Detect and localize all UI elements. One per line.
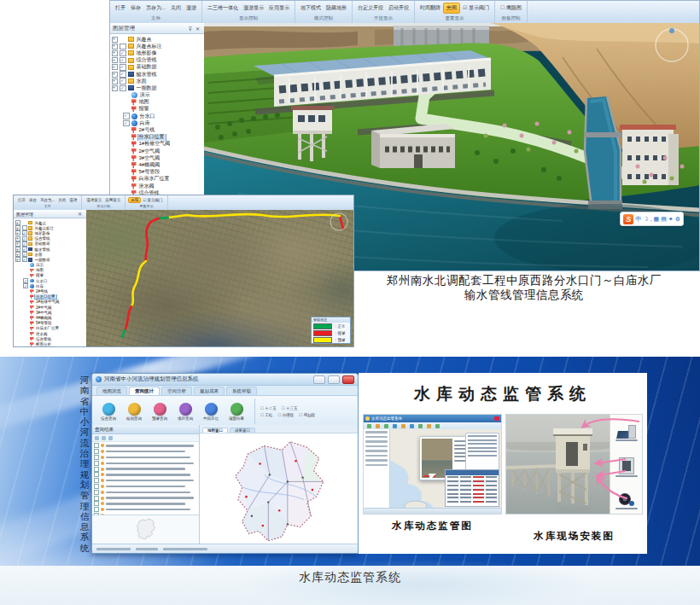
layer-tree-item[interactable]: 断面分析: [15, 341, 86, 346]
layer-tree-item[interactable]: 3#空气阀: [112, 154, 204, 161]
station-list-item[interactable]: [365, 440, 388, 443]
item-checkbox[interactable]: [94, 490, 99, 495]
item-checkbox[interactable]: [94, 501, 99, 506]
expand-icon[interactable]: [112, 85, 118, 91]
toolbar-button[interactable]: 打开: [16, 198, 27, 202]
filter-checkbox[interactable]: 治理段: [277, 413, 294, 417]
filter-checkbox[interactable]: 十二五: [260, 406, 277, 410]
toolbar-button[interactable]: 隐藏地形: [324, 3, 349, 13]
monitor-tool-icon[interactable]: [401, 424, 405, 428]
station-list-item[interactable]: [365, 450, 388, 452]
monitor-tool-icon[interactable]: [367, 424, 371, 428]
item-checkbox[interactable]: [94, 455, 99, 460]
toolbar-button[interactable]: 关闭: [168, 3, 184, 13]
ime-icon[interactable]: ✦: [668, 213, 674, 224]
layer-tree-item[interactable]: 地图: [112, 99, 204, 106]
expand-icon[interactable]: [15, 230, 20, 236]
item-checkbox[interactable]: [94, 484, 99, 489]
layer-tree-item[interactable]: 分水口位置: [112, 134, 204, 141]
layer-tree-item[interactable]: 报警: [112, 106, 204, 113]
layer-tree-item[interactable]: 1#检修空气阀: [112, 141, 204, 148]
result-list-item[interactable]: [94, 478, 197, 484]
toolbar-button[interactable]: 保存: [27, 198, 38, 202]
layer-tree-item[interactable]: 兴趣点标注: [112, 43, 204, 49]
ribbon-button[interactable]: 绘制查询: [121, 403, 147, 421]
expand-icon[interactable]: [15, 220, 20, 225]
close-icon[interactable]: ✕: [76, 211, 84, 217]
monitor-tool-icon[interactable]: [418, 424, 423, 428]
station-list-item[interactable]: [365, 459, 388, 462]
toolbar-button[interactable]: 漫游: [184, 3, 199, 13]
expand-icon[interactable]: [112, 57, 118, 63]
toolbar-button[interactable]: 启动开挖: [386, 3, 411, 13]
layer-tree-item[interactable]: 4#蝶阀阀: [112, 161, 204, 168]
item-checkbox[interactable]: [94, 478, 99, 483]
ribbon-tab[interactable]: 系统帮助: [226, 387, 257, 395]
monitor-station-list[interactable]: [364, 429, 390, 509]
layer-tree-item[interactable]: 泄水阀: [112, 183, 204, 189]
station-list-item[interactable]: [365, 436, 388, 439]
toolbar-button[interactable]: 另存为...: [38, 198, 56, 202]
toolbar-button[interactable]: 应用显示: [266, 3, 292, 13]
close-icon[interactable]: ✕: [194, 26, 201, 32]
monitor-tool-icon[interactable]: [376, 424, 380, 428]
close-button[interactable]: [342, 375, 354, 384]
result-list-item[interactable]: [94, 455, 197, 461]
result-list-item[interactable]: [94, 501, 197, 507]
layer-tree-item[interactable]: 分水口: [112, 113, 204, 119]
minimize-button[interactable]: [313, 375, 325, 384]
toolbar-button[interactable]: 漫游: [67, 198, 79, 202]
toolbar-button[interactable]: 显示阀门: [460, 3, 492, 13]
ime-icon[interactable]: ▦: [654, 213, 660, 224]
layer-tree-item[interactable]: 白庙: [112, 119, 204, 126]
toolbar-button[interactable]: 光照: [128, 197, 141, 203]
result-list-item[interactable]: [94, 466, 197, 472]
station-list-item[interactable]: [365, 431, 388, 433]
layer-checkbox[interactable]: [22, 241, 27, 247]
satellite-map[interactable]: 管线状态 ：正常 ：报警: [86, 210, 353, 346]
expand-icon[interactable]: [112, 72, 118, 78]
monitor-close-icon[interactable]: [494, 416, 499, 421]
layer-checkbox[interactable]: [120, 64, 126, 71]
ime-icon[interactable]: 中: [635, 213, 641, 224]
expand-icon[interactable]: [112, 44, 118, 49]
toolbar-button[interactable]: 漫游显示: [241, 3, 266, 13]
toolbar-button[interactable]: 鹰眼图: [498, 3, 524, 13]
result-list-item[interactable]: [94, 495, 197, 501]
filter-checkbox[interactable]: 规划段: [299, 413, 315, 417]
item-checkbox[interactable]: [94, 443, 99, 448]
result-list-item[interactable]: [94, 449, 197, 455]
table-row[interactable]: [446, 500, 499, 504]
toolbar-button[interactable]: 显示阀门: [141, 198, 164, 202]
monitor-data-table[interactable]: [445, 469, 499, 507]
layer-checkbox[interactable]: [120, 71, 126, 78]
layer-checkbox[interactable]: [22, 225, 27, 230]
map-window-tab[interactable]: 成果窗口: [230, 428, 255, 433]
station-list-item[interactable]: [365, 464, 388, 467]
pin-icon[interactable]: ⊽: [187, 26, 194, 32]
expand-icon[interactable]: [112, 64, 118, 70]
toolbar-button[interactable]: 漫游显示: [85, 198, 103, 202]
overview-minimap[interactable]: [92, 515, 199, 544]
ribbon-tab[interactable]: 地图浏览: [96, 387, 127, 395]
layer-tree-item[interactable]: 水面: [112, 78, 204, 84]
toolbar-button[interactable]: 打开: [113, 3, 128, 13]
layer-tree-item[interactable]: 基础数据: [112, 64, 204, 71]
expand-icon[interactable]: [112, 79, 118, 84]
expand-icon[interactable]: [15, 252, 20, 257]
layer-checkbox[interactable]: [120, 44, 126, 50]
maximize-button[interactable]: [328, 375, 340, 384]
monitor-tool-icon[interactable]: [393, 424, 397, 428]
layer-tree-item[interactable]: 综合管线: [112, 57, 204, 64]
monitor-tool-icon[interactable]: [384, 424, 388, 428]
layer-checkbox[interactable]: [123, 113, 130, 119]
layer-tree-item[interactable]: 一期数据: [112, 84, 204, 91]
layer-checkbox[interactable]: [22, 230, 27, 236]
layer-checkbox[interactable]: [23, 278, 28, 283]
result-list-item[interactable]: [94, 460, 197, 466]
layer-checkbox[interactable]: [23, 283, 28, 288]
toolbar-button[interactable]: 自定义开挖: [355, 3, 386, 13]
result-list-item[interactable]: [94, 489, 197, 495]
layer-checkbox[interactable]: [123, 120, 130, 127]
monitor-tool-icon[interactable]: [427, 424, 431, 428]
